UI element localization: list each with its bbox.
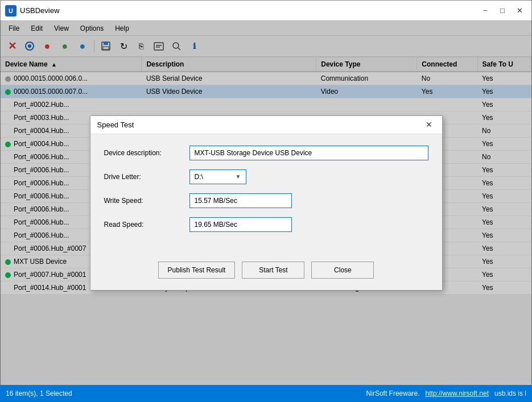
usb-ids-label: usb.ids is l [494,389,526,397]
read-speed-input[interactable] [189,217,292,232]
drive-letter-value: D:\ [195,173,233,181]
title-bar-controls: − □ ✕ [478,5,527,17]
drive-letter-dropdown-arrow: ▼ [236,173,241,180]
window-title: USBDeview [20,6,478,15]
speed-test-modal: Speed Test ✕ Device description: Drive L… [90,115,443,291]
device-description-input[interactable] [189,146,428,160]
modal-close-x-button[interactable]: ✕ [423,118,435,131]
drive-letter-select[interactable]: D:\ ▼ [189,169,246,184]
publish-test-result-button[interactable]: Publish Test Result [158,262,236,279]
modal-titlebar: Speed Test ✕ [90,116,442,134]
drive-letter-label: Drive Letter: [104,173,189,181]
start-test-button[interactable]: Start Test [242,262,304,279]
minimize-button[interactable]: − [478,5,493,17]
status-bar-right: NirSoft Freeware. http://www.nirsoft.net… [366,389,526,397]
read-speed-field: Read Speed: [104,217,428,232]
write-speed-input[interactable] [189,193,292,208]
modal-overlay: Speed Test ✕ Device description: Drive L… [0,20,532,385]
drive-letter-field: Drive Letter: D:\ ▼ [104,169,428,184]
close-button[interactable]: Close [311,262,374,279]
nirsoft-label: NirSoft Freeware. [366,389,420,397]
device-description-label: Device description: [104,149,189,157]
device-description-field: Device description: [104,146,428,160]
app-icon: U [5,5,17,16]
title-bar: U USBDeview − □ ✕ [1,1,531,21]
write-speed-label: Write Speed: [104,197,189,205]
nirsoft-link[interactable]: http://www.nirsoft.net [426,389,489,397]
modal-title: Speed Test [97,121,134,129]
read-speed-label: Read Speed: [104,221,189,229]
status-bar: 16 item(s), 1 Selected NirSoft Freeware.… [0,385,532,402]
close-button[interactable]: ✕ [512,5,527,17]
modal-footer: Publish Test Result Start Test Close [90,252,442,290]
maximize-button[interactable]: □ [495,5,510,17]
status-count: 16 item(s), 1 Selected [6,389,72,397]
write-speed-field: Write Speed: [104,193,428,208]
modal-body: Device description: Drive Letter: D:\ ▼ … [90,134,442,252]
